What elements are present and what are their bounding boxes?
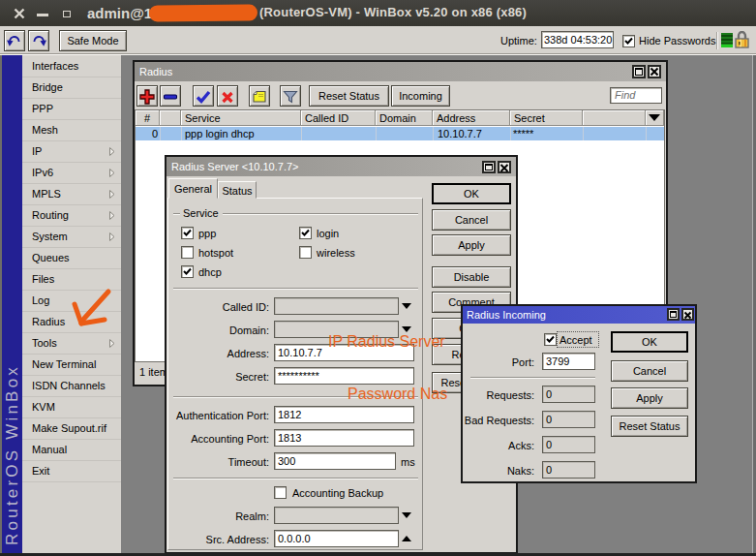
svg-text:Password Nas: Password Nas — [348, 386, 447, 402]
svg-text:IP Radius Server: IP Radius Server — [328, 333, 445, 350]
